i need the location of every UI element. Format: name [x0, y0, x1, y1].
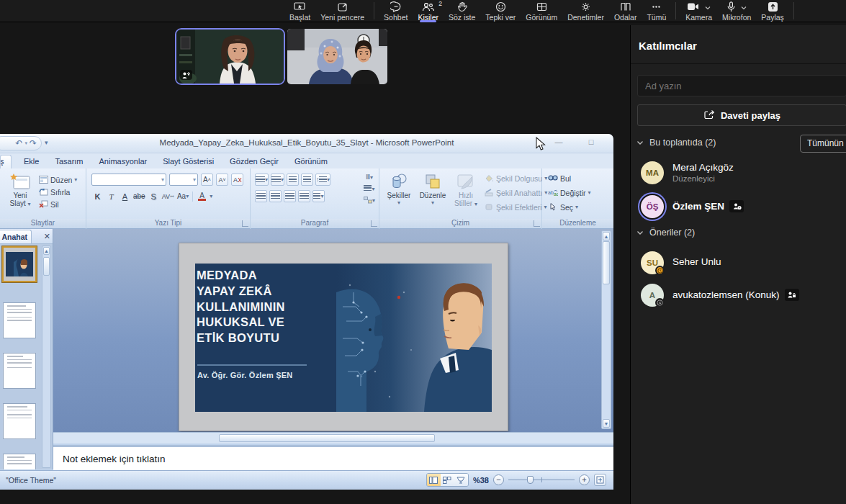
notes-placeholder[interactable]: Not eklemek için tıklatın	[63, 454, 166, 464]
share-button[interactable]: Paylaş	[756, 0, 789, 22]
video-tile-guests[interactable]	[287, 29, 387, 84]
slide-thumbnail-2[interactable]	[3, 302, 36, 338]
italic-button[interactable]: T	[105, 190, 117, 202]
delete-slide-button[interactable]: Sil	[39, 198, 77, 210]
more-button[interactable]: Tümü	[642, 0, 671, 22]
slide-thumbnail-5[interactable]	[3, 454, 36, 469]
horizontal-scrollbar-thumb[interactable]	[219, 434, 435, 442]
bullets-button[interactable]: ▾	[255, 174, 269, 186]
minimize-button[interactable]: —	[549, 138, 568, 148]
tab-ekle[interactable]: Ekle	[16, 155, 47, 168]
scroll-up-icon[interactable]: ▲	[43, 247, 50, 255]
participant-row[interactable]: SU Seher Unlu	[631, 247, 846, 280]
new-slide-button[interactable]: Yeni Slayt ▾	[4, 173, 36, 207]
slideshow-view-button[interactable]	[454, 474, 468, 486]
align-left-button[interactable]	[255, 190, 267, 202]
chat-button[interactable]: Sohbet	[379, 0, 413, 22]
slide-title-text[interactable]: MEDYADA YAPAY ZEKÂ KULLANIMININ HUKUKSAL…	[197, 268, 326, 346]
start-presenting-button[interactable]: Başlat	[284, 0, 315, 22]
justify-button[interactable]	[298, 190, 310, 202]
reset-button[interactable]: Sıfırla	[39, 186, 77, 198]
tab-anahat[interactable]: Anahat	[0, 230, 32, 243]
grow-font-button[interactable]: A˄	[201, 174, 213, 186]
increase-indent-button[interactable]	[301, 174, 313, 186]
pane-scrollbar[interactable]: ▲	[42, 246, 51, 468]
editor-scrollbar-thumb[interactable]	[603, 241, 610, 284]
zoom-out-button[interactable]: −	[493, 474, 504, 485]
columns-button[interactable]: ▾	[312, 190, 325, 202]
normal-view-button[interactable]	[427, 474, 441, 486]
controls-button[interactable]: Denetimler	[562, 0, 609, 22]
participant-row[interactable]: ÖŞ Özlem ŞEN	[631, 191, 846, 224]
microphone-button[interactable]: Mikrofon	[717, 0, 756, 22]
layout-button[interactable]: Düzen▾	[39, 174, 77, 186]
reactions-button[interactable]: Tepki ver	[480, 0, 521, 22]
participant-search-input[interactable]	[637, 75, 846, 96]
share-invite-button[interactable]: Daveti paylaş	[637, 104, 846, 126]
select-button[interactable]: Seç▾	[548, 201, 591, 213]
shapes-button[interactable]: Şekiller▾	[384, 173, 414, 206]
raise-hand-button[interactable]: Söz iste	[444, 0, 480, 22]
strikethrough-button[interactable]: abe	[132, 190, 146, 202]
zoom-in-button[interactable]: +	[579, 474, 590, 485]
section-in-meeting[interactable]: Bu toplantıda (2)	[636, 138, 716, 148]
bold-button[interactable]: K	[91, 190, 104, 202]
line-spacing-button[interactable]: ↕▾	[315, 174, 330, 186]
participant-row[interactable]: A avukatozlemsen (Konuk)	[631, 279, 846, 312]
close-pane-icon[interactable]: ✕	[44, 232, 50, 240]
notes-area[interactable]: Not eklemek için tıklatın	[53, 445, 613, 470]
pane-scrollbar-thumb[interactable]	[43, 257, 50, 276]
new-window-button[interactable]: Yeni pencere	[315, 0, 369, 22]
zoom-slider[interactable]	[508, 474, 575, 485]
character-spacing-button[interactable]: AV⇿	[161, 190, 175, 202]
tab-gozden-gecir[interactable]: Gözden Geçir	[222, 155, 287, 168]
find-button[interactable]: Bul	[548, 172, 591, 184]
drawing-dialog-launcher[interactable]	[534, 220, 540, 227]
clear-formatting-button[interactable]: A	[231, 174, 243, 186]
slide-thumbnail-1[interactable]	[2, 246, 37, 282]
ppt-titlebar[interactable]: ↶▾ ↷ ▾ Medyada_Yapay_Zeka_Hukuksal_Etik_…	[0, 134, 613, 153]
editor-horizontal-scrollbar[interactable]	[53, 432, 613, 444]
slide-subtitle-text[interactable]: Av. Öğr. Gör. Özlem ŞEN	[197, 371, 292, 379]
align-right-button[interactable]	[284, 190, 296, 202]
paragraph-dialog-launcher[interactable]	[371, 220, 377, 227]
shape-effects-button[interactable]: Şekil Efektleri▾	[485, 201, 547, 213]
video-tile-active-speaker[interactable]	[175, 28, 285, 85]
tab-tasarim[interactable]: Tasarım	[47, 155, 91, 168]
font-size-combo[interactable]: ▾	[169, 174, 198, 186]
slide-sorter-view-button[interactable]	[441, 474, 454, 486]
shape-fill-button[interactable]: Şekil Dolgusu▾	[485, 172, 547, 184]
section-suggestions[interactable]: Öneriler (2)	[636, 228, 695, 238]
maximize-button[interactable]: □	[582, 138, 600, 148]
font-dialog-launcher[interactable]	[242, 220, 248, 227]
shape-outline-button[interactable]: Şekil Anahattı▾	[485, 186, 547, 199]
font-name-combo[interactable]: ▾	[91, 174, 166, 186]
tab-giris-partial[interactable]: Giriş	[0, 155, 12, 168]
zoom-slider-handle[interactable]	[527, 476, 534, 484]
tab-slayt-gosterisi[interactable]: Slayt Gösterisi	[155, 155, 222, 168]
slide-canvas[interactable]: MEDYADA YAPAY ZEKÂ KULLANIMININ HUKUKSAL…	[179, 243, 508, 431]
participant-row[interactable]: MA Meral Açıkgöz Düzenleyici	[631, 157, 846, 190]
scroll-down-icon[interactable]: ▼	[603, 419, 610, 428]
decrease-indent-button[interactable]	[287, 174, 299, 186]
rooms-button[interactable]: Odalar	[609, 0, 642, 22]
view-button[interactable]: Görünüm	[521, 0, 562, 22]
align-text-button[interactable]: ▾	[363, 184, 376, 194]
slide-editor-area[interactable]: MEDYADA YAPAY ZEKÂ KULLANIMININ HUKUKSAL…	[53, 229, 613, 432]
slide-thumbnail-4[interactable]	[3, 403, 36, 439]
arrange-button[interactable]: Düzenle▾	[417, 173, 449, 206]
replace-button[interactable]: abac Değiştir▾	[548, 186, 591, 199]
underline-button[interactable]: A	[119, 190, 131, 202]
chevron-down-icon[interactable]	[741, 5, 747, 11]
quick-styles-button[interactable]: Hızlı Stiller ▾	[451, 173, 480, 207]
scroll-up-icon[interactable]: ▲	[603, 232, 610, 240]
text-shadow-button[interactable]: S	[148, 190, 160, 202]
mute-all-button[interactable]: Tümünün ses	[800, 135, 846, 153]
shrink-font-button[interactable]: A˅	[216, 174, 228, 186]
align-center-button[interactable]	[269, 190, 282, 202]
text-direction-button[interactable]: Ⅲ▾	[363, 172, 376, 182]
tab-gorunum[interactable]: Görünüm	[287, 155, 336, 168]
editor-vertical-scrollbar[interactable]: ▲ ▼	[601, 230, 611, 429]
people-button[interactable]: 2 Kişiler	[413, 0, 444, 22]
chevron-down-icon[interactable]	[705, 5, 711, 11]
